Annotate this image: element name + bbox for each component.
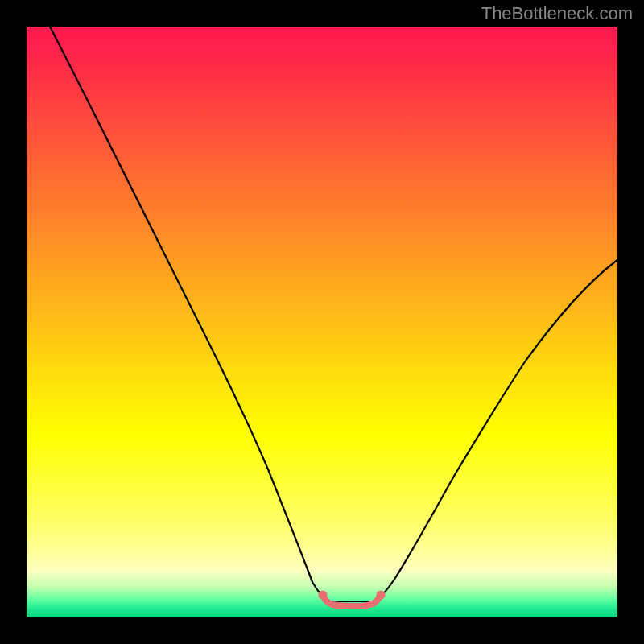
chart-container: TheBottleneck.com xyxy=(0,0,644,644)
plot-area xyxy=(27,27,617,617)
marker-dot-right xyxy=(377,591,386,600)
marker-dot-left xyxy=(319,591,328,600)
watermark-label: TheBottleneck.com xyxy=(481,3,633,24)
bottleneck-curve-line xyxy=(50,27,617,601)
curve-svg xyxy=(27,27,617,617)
